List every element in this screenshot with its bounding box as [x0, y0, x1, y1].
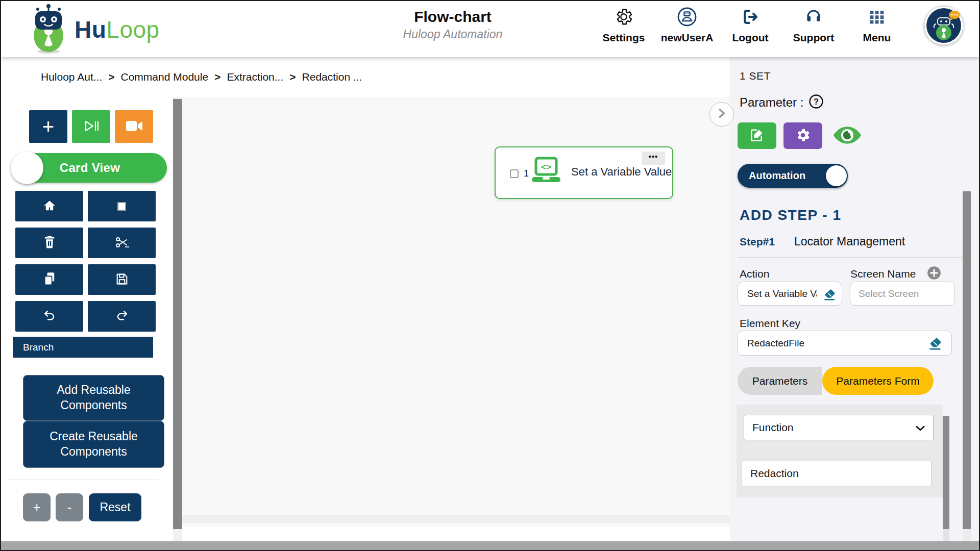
- undo-button[interactable]: [15, 301, 83, 332]
- play-pause-icon: [83, 118, 100, 135]
- nav-menu[interactable]: Menu: [845, 5, 909, 44]
- action-label: Action: [740, 268, 769, 280]
- copy-button[interactable]: [15, 264, 83, 295]
- panel-collapse-button[interactable]: [709, 102, 734, 127]
- scrollbar-thumb[interactable]: [963, 191, 971, 529]
- parameters-tabs: Parameters Parameters Form: [738, 367, 934, 395]
- eraser-icon[interactable]: [928, 337, 942, 352]
- plus-icon: +: [42, 115, 54, 138]
- divider: [738, 257, 966, 258]
- home-icon: [42, 198, 57, 214]
- nav-support[interactable]: Support: [782, 5, 845, 44]
- horizontal-scrollbar[interactable]: [1, 541, 979, 550]
- user-robot-icon: [677, 5, 697, 29]
- automation-toggle[interactable]: Automation: [738, 164, 848, 188]
- flow-canvas[interactable]: 1 <> Set a Variable Value •••: [182, 97, 730, 543]
- chevron-down-icon: [916, 421, 925, 434]
- add-screen-icon[interactable]: [927, 266, 941, 282]
- save-button[interactable]: [88, 264, 156, 295]
- stop-button[interactable]: [88, 191, 156, 221]
- play-pause-button[interactable]: [72, 110, 110, 143]
- node-menu-button[interactable]: •••: [642, 152, 665, 165]
- automation-label: Automation: [749, 170, 805, 182]
- element-key-label: Element Key: [740, 317, 800, 330]
- avatar[interactable]: [924, 6, 964, 45]
- parameters-form-panel: Function: [737, 405, 943, 497]
- step-name: Locator Management: [794, 235, 905, 248]
- sidebar-scrollbar[interactable]: [173, 97, 182, 543]
- record-button[interactable]: [115, 110, 153, 143]
- screen-name-input[interactable]: [850, 282, 955, 306]
- home-button[interactable]: [15, 191, 83, 221]
- huloop-logo[interactable]: HuLoop: [28, 3, 160, 56]
- nav-logout[interactable]: Logout: [719, 5, 782, 44]
- edit-pencil-icon: [749, 128, 765, 144]
- zoom-out-button[interactable]: -: [56, 493, 83, 521]
- left-toolbar: + Card View: [1, 97, 173, 543]
- breadcrumb-separator: >: [214, 71, 220, 83]
- app-header: HuLoop Flow-chart Huloop Automation Sett…: [1, 1, 979, 57]
- breadcrumb-item-automation[interactable]: Huloop Aut...: [41, 71, 102, 83]
- function-value-input[interactable]: [742, 461, 932, 486]
- breadcrumb-item-extraction[interactable]: Extraction...: [227, 71, 283, 83]
- divider: [8, 480, 159, 480]
- canvas-bottom-strip: [182, 527, 730, 543]
- parameter-label: Parameter :: [740, 95, 803, 110]
- delete-button[interactable]: [15, 228, 83, 258]
- headset-icon: [804, 5, 823, 29]
- breadcrumb-separator: >: [289, 71, 296, 83]
- nav-user[interactable]: newUserA: [655, 5, 719, 44]
- redo-button[interactable]: [88, 301, 156, 332]
- add-step-title: ADD STEP - 1: [740, 207, 842, 223]
- chevron-right-icon: [717, 108, 726, 120]
- edit-button[interactable]: [738, 122, 776, 149]
- card-view-toggle[interactable]: Card View: [13, 153, 167, 183]
- settings-step-button[interactable]: [783, 122, 822, 149]
- flow-node-set-variable[interactable]: 1 <> Set a Variable Value •••: [495, 146, 673, 199]
- create-reusable-components-button[interactable]: Create Reusable Components: [23, 421, 164, 468]
- grid-menu-icon: [868, 5, 886, 29]
- node-checkbox[interactable]: [510, 169, 519, 178]
- card-view-label: Card View: [60, 161, 120, 175]
- logout-icon: [741, 5, 760, 29]
- nav-settings[interactable]: Settings: [592, 5, 655, 44]
- add-reusable-components-button[interactable]: Add Reusable Components: [23, 375, 164, 421]
- panel-scrollbar[interactable]: [963, 191, 971, 543]
- function-select[interactable]: Function: [744, 415, 934, 440]
- node-index: 1: [524, 168, 529, 179]
- page-title-block: Flow-chart Huloop Automation: [358, 8, 547, 41]
- branch-button[interactable]: Branch: [13, 337, 153, 358]
- tab-parameters-form[interactable]: Parameters Form: [822, 367, 934, 395]
- form-scrollbar[interactable]: [943, 416, 949, 543]
- function-select-value: Function: [752, 421, 794, 434]
- laptop-code-icon: <>: [530, 157, 562, 187]
- eye-icon: [832, 125, 862, 147]
- screen-name-label: Screen Name: [850, 268, 916, 280]
- preview-button[interactable]: [832, 125, 862, 147]
- scrollbar-thumb[interactable]: [173, 99, 182, 529]
- scrollbar-thumb[interactable]: [943, 416, 949, 529]
- toggle-knob: [826, 165, 847, 186]
- save-icon: [115, 272, 129, 288]
- brand-text: HuLoop: [75, 16, 160, 43]
- scissors-icon: [114, 235, 130, 251]
- canvas-band: [182, 515, 730, 523]
- reset-button[interactable]: Reset: [89, 493, 141, 521]
- breadcrumb-item-redaction[interactable]: Redaction ...: [302, 71, 362, 83]
- element-key-input[interactable]: [738, 331, 952, 356]
- eraser-icon[interactable]: [823, 288, 836, 303]
- zoom-in-button[interactable]: +: [23, 493, 51, 521]
- breadcrumb-item-command-module[interactable]: Command Module: [121, 71, 209, 83]
- toggle-knob: [11, 152, 43, 184]
- redo-icon: [114, 309, 130, 324]
- help-icon[interactable]: ?: [808, 94, 824, 111]
- svg-text:?: ?: [814, 97, 819, 106]
- tab-parameters[interactable]: Parameters: [738, 367, 822, 395]
- undo-icon: [42, 309, 57, 324]
- cut-button[interactable]: [88, 228, 156, 258]
- header-nav: Settings newUserA: [592, 5, 909, 44]
- add-node-button[interactable]: +: [29, 110, 67, 143]
- breadcrumb: Huloop Aut... > Command Module > Extract…: [1, 57, 730, 97]
- page-title: Flow-chart: [358, 8, 547, 26]
- robot-logo-icon: [28, 3, 69, 56]
